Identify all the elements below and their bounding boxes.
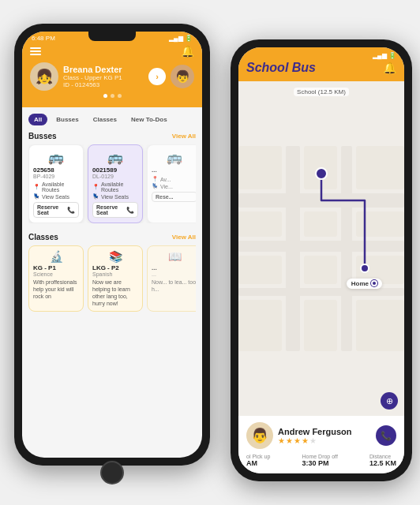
right-signal-icon: ▂▄▆ 🔋 <box>373 52 396 59</box>
signal-icon: ▂▄▆ 🔋 <box>169 35 193 42</box>
svg-rect-4 <box>341 146 352 351</box>
star-3: ★ <box>294 436 301 445</box>
class-name-1: KG - P1 <box>33 264 79 271</box>
svg-rect-9 <box>238 211 282 237</box>
map-svg <box>238 81 404 416</box>
driver-stars: ★ ★ ★ ★ ★ <box>278 436 371 445</box>
scene: 6:48 PM ▂▄▆ 🔋 🔔 👧 Breana Dexter Class - … <box>0 0 420 505</box>
avatar2: 👦 <box>171 65 194 88</box>
bus-card-3[interactable]: 🚌 ... 📍 Av... 💺 Vie... Rese... <box>147 144 196 223</box>
location-icon-3: 📍 <box>152 176 159 182</box>
tab-all[interactable]: All <box>28 114 47 125</box>
star-1: ★ <box>278 436 285 445</box>
driver-card: 👨 Andrew Ferguson ★ ★ ★ ★ ★ 📞 <box>238 416 404 473</box>
classes-view-all[interactable]: View All <box>172 234 196 241</box>
tab-busses[interactable]: Busses <box>51 114 84 125</box>
bus-plate-1: BP-4029 <box>33 174 79 179</box>
profile-name: Breana Dexter <box>63 65 144 74</box>
reserve-label-3: Rese... <box>156 194 174 200</box>
dropoff-label: Home Drop off <box>302 454 337 459</box>
reserve-btn-2[interactable]: Reserve Seat 📞 <box>92 202 138 218</box>
pickup-time: AM <box>246 459 270 467</box>
pickup-label: ol Pick up <box>246 454 270 459</box>
left-top-icons: 🔔 <box>30 43 194 62</box>
home-label: Home <box>351 280 369 287</box>
bus-cards-list: 🚌 025658 BP-4029 📍 Available Routes 💺 Vi… <box>28 144 196 223</box>
driver-name: Andrew Ferguson <box>278 427 371 436</box>
camera-notch <box>88 32 136 41</box>
bus-routes-1: Available Routes <box>42 181 79 193</box>
class-cards-list: 🔬 KG - P1 Science With proffesionals hel… <box>28 245 196 312</box>
profile-arrow-button[interactable]: › <box>148 68 166 85</box>
trip-info: ol Pick up AM Home Drop off 3:30 PM Dist… <box>246 454 396 467</box>
svg-rect-15 <box>238 300 282 351</box>
school-label: School (12.5 KM) <box>294 88 349 96</box>
dot-3 <box>118 94 122 98</box>
seat-icon-1: 💺 <box>33 193 40 200</box>
class-icon-3: 📖 <box>152 250 196 263</box>
tab-new-todos[interactable]: New To-Dos <box>126 114 173 125</box>
reserve-btn-3[interactable]: Rese... <box>152 192 196 202</box>
class-desc-1: With proffesionals help your kid will ro… <box>33 279 79 300</box>
svg-rect-5 <box>238 288 404 296</box>
dropoff-item: Home Drop off 3:30 PM <box>302 454 337 467</box>
hamburger-icon[interactable] <box>30 47 41 55</box>
tab-classes[interactable]: Classes <box>88 114 122 125</box>
class-sub-1: Science <box>33 271 79 277</box>
busses-title: Busses <box>28 132 57 140</box>
bus-number-1: 025658 <box>33 166 79 174</box>
phone-right: ▂▄▆ 🔋 School Bus 🔔 <box>231 39 412 481</box>
class-name-2: LKG - P2 <box>92 264 138 271</box>
phone-screen-right: ▂▄▆ 🔋 School Bus 🔔 <box>238 47 404 473</box>
bus-plate-2: DL-0129 <box>92 174 138 179</box>
svg-point-19 <box>361 264 369 272</box>
bus-seats-row-3: 💺 Vie... <box>152 183 196 189</box>
bus-icon-2: 🚌 <box>92 150 138 165</box>
bell-icon[interactable]: 🔔 <box>181 45 194 58</box>
bus-routes-row-1: 📍 Available Routes <box>33 181 79 193</box>
phone-screen-left: 6:48 PM ▂▄▆ 🔋 🔔 👧 Breana Dexter Class - … <box>22 32 202 458</box>
busses-view-all[interactable]: View All <box>172 133 196 140</box>
phone-icon-2: 📞 <box>126 207 134 214</box>
svg-rect-12 <box>238 256 282 284</box>
call-button[interactable]: 📞 <box>376 425 396 446</box>
left-header: 6:48 PM ▂▄▆ 🔋 🔔 👧 Breana Dexter Class - … <box>22 32 202 107</box>
driver-avatar: 👨 <box>246 422 273 449</box>
bus-seats-2[interactable]: View Seats <box>101 194 129 200</box>
home-bubble: Home <box>347 279 382 289</box>
svg-rect-6 <box>238 146 282 189</box>
dot-2 <box>111 94 114 98</box>
driver-top: 👨 Andrew Ferguson ★ ★ ★ ★ ★ 📞 <box>246 422 396 449</box>
bus-seats-1[interactable]: View Seats <box>42 194 69 200</box>
bus-icon-1: 🚌 <box>33 150 79 165</box>
location-button[interactable]: ⊕ <box>381 392 398 410</box>
class-card-1[interactable]: 🔬 KG - P1 Science With proffesionals hel… <box>28 245 84 312</box>
svg-rect-10 <box>304 211 337 237</box>
distance-item: Distance 12.5 KM <box>369 454 396 467</box>
svg-point-18 <box>316 168 327 179</box>
map-area: School (12.5 KM) Home ⊕ <box>238 81 404 416</box>
right-app-title: School Bus <box>246 61 316 75</box>
bus-card-1[interactable]: 🚌 025658 BP-4029 📍 Available Routes 💺 Vi… <box>28 144 84 223</box>
bus-card-2[interactable]: 🚌 0021589 DL-0129 📍 Available Routes 💺 V… <box>88 144 143 223</box>
bus-seats-3: Vie... <box>160 184 173 189</box>
star-2: ★ <box>286 436 293 445</box>
class-desc-3: Now... to lea... too, h... <box>152 279 196 293</box>
dropoff-time: 3:30 PM <box>302 459 337 467</box>
phone-left: 6:48 PM ▂▄▆ 🔋 🔔 👧 Breana Dexter Class - … <box>14 24 210 466</box>
class-card-2[interactable]: 📚 LKG - P2 Spanish Now we are helping to… <box>88 245 143 312</box>
svg-rect-2 <box>238 241 404 252</box>
distance-value: 12.5 KM <box>369 459 396 467</box>
svg-rect-13 <box>304 256 337 284</box>
right-status-bar: ▂▄▆ 🔋 <box>246 50 396 61</box>
profile-class: Class - Upper KG P1 <box>63 74 144 81</box>
class-card-3[interactable]: 📖 ... ... Now... to lea... too, h... <box>147 245 196 312</box>
class-icon-2: 📚 <box>92 250 138 263</box>
right-bell-icon[interactable]: 🔔 <box>383 62 396 74</box>
home-button[interactable] <box>100 461 124 484</box>
home-dot <box>371 280 377 286</box>
reserve-btn-1[interactable]: Reserve Seat 📞 <box>33 202 79 218</box>
bus-icon-3: 🚌 <box>152 150 196 165</box>
star-5: ★ <box>309 436 317 445</box>
bus-number-2: 0021589 <box>92 166 138 174</box>
